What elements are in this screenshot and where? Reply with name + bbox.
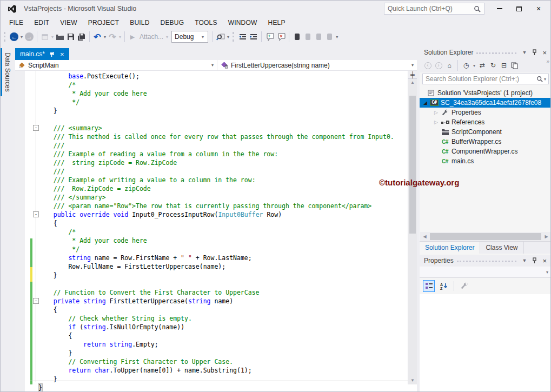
- solution-explorer-horizontal-scrollbar[interactable]: ◀ ▶: [420, 232, 551, 241]
- refresh-button[interactable]: ↻: [488, 61, 498, 70]
- code-line[interactable]: /// Row.ZipCode = zipCode: [38, 184, 417, 193]
- close-pane-icon[interactable]: ×: [540, 49, 549, 57]
- tree-item-solution[interactable]: Solution 'VstaProjects' (1 project): [420, 88, 551, 98]
- navigate-back-button[interactable]: ←: [9, 30, 19, 43]
- code-line[interactable]: /// <param name="Row">The row that is cu…: [38, 202, 417, 210]
- code-line[interactable]: // Check whether String is empty.: [38, 314, 417, 323]
- bookmarks-dropdown[interactable]: ▾: [335, 35, 339, 39]
- code-line[interactable]: return char.ToUpper(name[0]) + name.Subs…: [38, 366, 417, 375]
- se-forward-button[interactable]: ›: [434, 61, 443, 70]
- window-position-menu-icon[interactable]: ▼: [520, 258, 529, 263]
- sync-with-active-document-button[interactable]: ⇄: [477, 61, 487, 70]
- code-line[interactable]: base.PostExecute();: [38, 72, 417, 81]
- pin-icon[interactable]: [532, 49, 537, 56]
- types-dropdown[interactable]: ScriptMain ▾: [15, 60, 217, 70]
- code-line[interactable]: /// Example of writing a value to a colu…: [38, 176, 417, 184]
- new-file-button[interactable]: [39, 30, 50, 43]
- pin-icon[interactable]: [532, 257, 537, 264]
- collapse-all-button[interactable]: ⊟: [499, 61, 509, 70]
- show-all-files-button[interactable]: [510, 61, 520, 70]
- uncomment-button[interactable]: ×: [275, 30, 287, 43]
- menu-view[interactable]: VIEW: [55, 17, 82, 28]
- code-line[interactable]: private string FirstLetterUppercase(stri…: [38, 297, 417, 305]
- find-in-files-button[interactable]: [215, 30, 226, 43]
- attach-dropdown[interactable]: ▾: [165, 35, 169, 39]
- pending-changes-filter-button[interactable]: ◷: [461, 61, 471, 70]
- pane-drag-grip[interactable]: [457, 261, 517, 262]
- comment-button[interactable]: +: [264, 30, 275, 43]
- code-line[interactable]: Row.FullName = FirstLetterUppercase(name…: [38, 262, 417, 271]
- quick-launch-box[interactable]: Quick Launch (Ctrl+Q): [384, 3, 484, 15]
- scroll-down-icon[interactable]: ▼: [408, 377, 417, 384]
- editor-vertical-scrollbar[interactable]: ╪ ▲ ▼: [408, 71, 417, 384]
- tab-data-sources[interactable]: Data Sources: [1, 48, 14, 96]
- menu-window[interactable]: WINDOW: [223, 17, 263, 28]
- tree-expander-icon[interactable]: ▷: [432, 110, 440, 115]
- minimize-button[interactable]: [490, 2, 509, 16]
- next-bookmark-button[interactable]: [313, 30, 324, 43]
- code-line[interactable]: ///: [38, 167, 417, 176]
- scroll-up-icon[interactable]: ▲: [408, 79, 417, 87]
- se-home-button[interactable]: ⌂: [444, 61, 454, 70]
- code-line[interactable]: * Add your code here: [38, 236, 417, 245]
- tree-item-references[interactable]: ▷References: [420, 117, 551, 127]
- pane-drag-grip[interactable]: [476, 52, 516, 54]
- code-editor[interactable]: --- base.PostExecute(); /* * Add your co…: [15, 71, 417, 391]
- horizontal-scroll-thumb[interactable]: [430, 233, 541, 240]
- members-dropdown[interactable]: FirstLetterUppercase(string name) ▾: [217, 60, 417, 70]
- property-pages-button[interactable]: [459, 280, 470, 292]
- tree-item-bufferwrapper[interactable]: C#BufferWrapper.cs: [420, 137, 551, 147]
- code-line[interactable]: }: [38, 107, 417, 115]
- solution-configurations-combobox[interactable]: Debug ▾: [171, 31, 208, 43]
- undo-dropdown[interactable]: ▾: [103, 35, 107, 39]
- search-options-dropdown[interactable]: ▾: [543, 77, 547, 82]
- code-line[interactable]: }: [38, 271, 417, 280]
- code-line[interactable]: /// Example of reading a value from a co…: [38, 150, 417, 158]
- code-line[interactable]: public override void Input0_ProcessInput…: [38, 210, 417, 219]
- menu-file[interactable]: FILE: [4, 17, 29, 28]
- code-line[interactable]: // Function to Convert the First Charact…: [38, 288, 417, 297]
- redo-dropdown[interactable]: ▾: [118, 35, 122, 39]
- code-line[interactable]: ///: [38, 141, 417, 150]
- clear-bookmarks-button[interactable]: [324, 30, 335, 43]
- code-line[interactable]: /// </summary>: [38, 193, 417, 202]
- toolbar-grip[interactable]: [4, 32, 6, 42]
- code-line[interactable]: {: [38, 331, 417, 340]
- menu-tools[interactable]: TOOLS: [189, 17, 222, 28]
- dock-tab-class-view[interactable]: Class View: [480, 242, 523, 254]
- menu-edit[interactable]: EDIT: [29, 17, 55, 28]
- code-line[interactable]: /// <summary>: [38, 124, 417, 132]
- previous-bookmark-button[interactable]: [302, 30, 313, 43]
- save-all-button[interactable]: [76, 30, 87, 43]
- toolbar-grip[interactable]: [233, 32, 235, 42]
- decrease-indent-button[interactable]: [237, 30, 248, 43]
- code-line[interactable]: /*: [38, 228, 417, 236]
- code-line[interactable]: if (string.IsNullOrEmpty(name)): [38, 323, 417, 331]
- increase-indent-button[interactable]: [248, 30, 259, 43]
- code-line[interactable]: /// string zipCode = Row.ZipCode: [38, 158, 417, 167]
- properties-object-combobox[interactable]: ▾: [420, 267, 551, 278]
- redo-button[interactable]: ↷: [107, 30, 118, 43]
- search-solution-explorer-input[interactable]: Search Solution Explorer (Ctrl+;) ▾: [422, 74, 549, 84]
- code-line[interactable]: }: [38, 375, 417, 383]
- find-dropdown[interactable]: ▾: [226, 35, 230, 39]
- vertical-scroll-thumb[interactable]: [409, 96, 416, 234]
- code-line[interactable]: [38, 280, 417, 288]
- tab-close-icon[interactable]: ×: [60, 50, 64, 58]
- code-line[interactable]: /*: [38, 81, 417, 89]
- navigate-back-dropdown[interactable]: ▾: [19, 35, 24, 39]
- code-line[interactable]: }: [38, 383, 417, 391]
- categorized-button[interactable]: [423, 280, 435, 292]
- tree-item-scriptcomponent[interactable]: ScriptComponent: [420, 127, 551, 137]
- code-line[interactable]: // Converting First Character to Upper C…: [38, 357, 417, 366]
- split-window-handle[interactable]: ╪: [408, 71, 417, 79]
- tree-item-properties[interactable]: ▷Properties: [420, 108, 551, 117]
- scroll-left-icon[interactable]: ◀: [421, 234, 428, 239]
- menu-debug[interactable]: DEBUG: [155, 17, 190, 28]
- menu-help[interactable]: HELP: [263, 17, 291, 28]
- code-line[interactable]: */: [38, 98, 417, 107]
- code-line[interactable]: * Add your code here: [38, 89, 417, 98]
- navigate-forward-button[interactable]: →: [24, 30, 35, 43]
- open-file-button[interactable]: [55, 30, 65, 43]
- new-file-dropdown[interactable]: ▾: [50, 35, 55, 39]
